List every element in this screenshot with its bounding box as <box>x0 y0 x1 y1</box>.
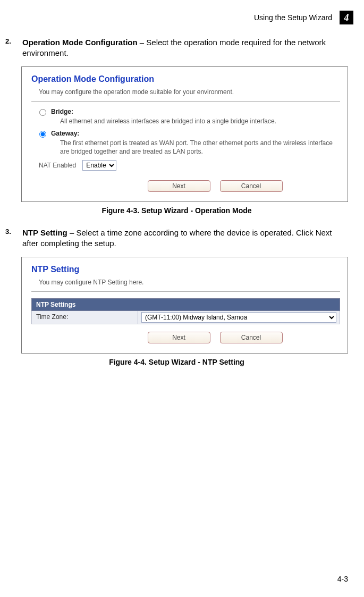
bridge-label: Bridge: <box>51 108 73 115</box>
fig2-desc: You may configure NTP Setting here. <box>39 279 340 286</box>
ntp-table-row: Time Zone: (GMT-11:00) Midway Island, Sa… <box>31 311 340 324</box>
next-button-label: Next <box>172 334 185 341</box>
fig2-button-row: Next Cancel <box>90 332 340 343</box>
step-3: 3. NTP Setting – Select a time zone acco… <box>5 228 348 249</box>
fig1-caption: Figure 4-3. Setup Wizard - Operation Mod… <box>5 206 348 215</box>
step-3-number: 3. <box>5 228 15 249</box>
bridge-radio[interactable] <box>39 109 46 116</box>
fig2-heading: NTP Setting <box>31 265 340 274</box>
page-header: Using the Setup Wizard 4 <box>0 0 364 24</box>
next-button-label: Next <box>172 182 185 190</box>
step-2-title: Operation Mode Configuration <box>22 38 138 47</box>
next-button[interactable]: Next <box>148 332 210 343</box>
bridge-desc: All ethernet and wireless interfaces are… <box>60 117 340 125</box>
gateway-option-row: Gateway: <box>37 130 340 138</box>
step-2: 2. Operation Mode Configuration – Select… <box>5 37 348 59</box>
section-title: Using the Setup Wizard <box>254 13 332 22</box>
bridge-option-row: Bridge: <box>37 108 340 116</box>
nat-select[interactable]: Enable <box>82 160 116 171</box>
gateway-label: Gateway: <box>51 130 79 137</box>
page-number: 4-3 <box>337 575 348 583</box>
nat-row: NAT Enabled Enable <box>39 160 340 171</box>
step-3-rest: – Select a time zone according to where … <box>22 228 332 248</box>
figure-4-3-frame: Operation Mode Configuration You may con… <box>21 66 348 203</box>
divider <box>31 291 340 292</box>
chapter-number: 4 <box>344 12 349 23</box>
fig1-heading: Operation Mode Configuration <box>31 74 340 84</box>
next-button[interactable]: Next <box>148 180 210 192</box>
timezone-cell: (GMT-11:00) Midway Island, Samoa <box>138 311 340 324</box>
cancel-button-label: Cancel <box>241 334 261 341</box>
ntp-table-head: NTP Settings <box>31 298 340 311</box>
cancel-button[interactable]: Cancel <box>220 332 283 343</box>
figure-4-4-frame: NTP Setting You may configure NTP Settin… <box>21 257 348 354</box>
fig1-button-row: Next Cancel <box>90 180 340 192</box>
step-2-text: Operation Mode Configuration – Select th… <box>22 37 348 59</box>
step-3-title: NTP Setting <box>22 228 67 237</box>
cancel-button[interactable]: Cancel <box>220 180 283 192</box>
nat-label: NAT Enabled <box>39 162 76 169</box>
step-2-number: 2. <box>5 37 15 59</box>
step-3-text: NTP Setting – Select a time zone accordi… <box>22 228 348 249</box>
cancel-button-label: Cancel <box>241 182 261 190</box>
timezone-label: Time Zone: <box>32 311 138 324</box>
timezone-select[interactable]: (GMT-11:00) Midway Island, Samoa <box>141 312 336 323</box>
divider <box>31 101 340 102</box>
chapter-badge: 4 <box>340 11 353 24</box>
fig1-desc: You may configure the operation mode sui… <box>39 88 340 96</box>
fig2-caption: Figure 4-4. Setup Wizard - NTP Setting <box>5 358 348 366</box>
ntp-table: NTP Settings Time Zone: (GMT-11:00) Midw… <box>31 298 340 324</box>
gateway-desc: The first ethernet port is treated as WA… <box>60 139 340 156</box>
gateway-radio[interactable] <box>39 131 46 138</box>
